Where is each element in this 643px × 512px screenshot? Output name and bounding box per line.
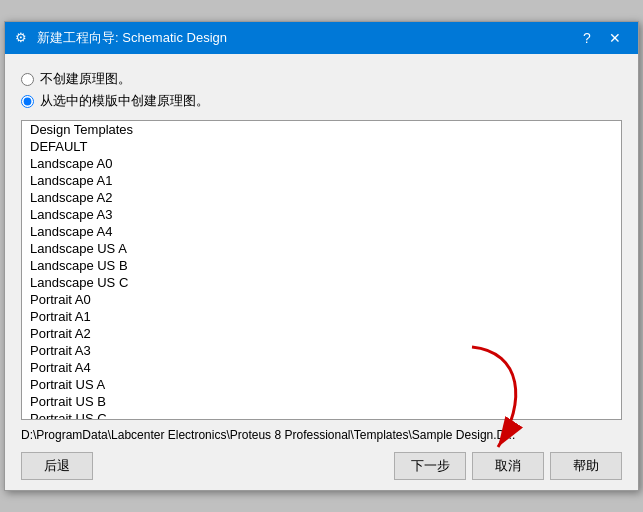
list-item[interactable]: Landscape US B [22,257,621,274]
list-item[interactable]: Landscape US A [22,240,621,257]
title-bar: ⚙ 新建工程向导: Schematic Design ? ✕ [5,22,638,54]
radio-group: 不创建原理图。 从选中的模版中创建原理图。 [21,70,622,110]
list-item[interactable]: Landscape A2 [22,189,621,206]
button-row: 后退 下一步 取消 帮助 [21,452,622,480]
template-list[interactable]: Design TemplatesDEFAULTLandscape A0Lands… [21,120,622,420]
list-item[interactable]: DEFAULT [22,138,621,155]
radio-label-2[interactable]: 从选中的模版中创建原理图。 [40,92,209,110]
dialog-title: 新建工程向导: Schematic Design [37,29,227,47]
list-item[interactable]: Portrait A4 [22,359,621,376]
list-item[interactable]: Design Templates [22,121,621,138]
help-button[interactable]: ? [574,28,600,48]
path-display: D:\ProgramData\Labcenter Electronics\Pro… [21,428,622,442]
list-item[interactable]: Landscape A0 [22,155,621,172]
list-item[interactable]: Landscape US C [22,274,621,291]
title-bar-controls: ? ✕ [574,28,628,48]
btn-left-group: 后退 [21,452,93,480]
dialog-window: ⚙ 新建工程向导: Schematic Design ? ✕ 不创建原理图。 从… [4,21,639,491]
dialog-body: 不创建原理图。 从选中的模版中创建原理图。 Design TemplatesDE… [5,54,638,490]
title-bar-left: ⚙ 新建工程向导: Schematic Design [15,29,227,47]
radio-no-schematic[interactable] [21,73,34,86]
list-item[interactable]: Landscape A1 [22,172,621,189]
list-item[interactable]: Portrait US A [22,376,621,393]
list-item[interactable]: Portrait A1 [22,308,621,325]
close-button[interactable]: ✕ [602,28,628,48]
radio-row-1: 不创建原理图。 [21,70,622,88]
next-button[interactable]: 下一步 [394,452,466,480]
list-item[interactable]: Landscape A4 [22,223,621,240]
btn-right-group: 下一步 取消 帮助 [394,452,622,480]
cancel-button[interactable]: 取消 [472,452,544,480]
radio-label-1[interactable]: 不创建原理图。 [40,70,131,88]
radio-row-2: 从选中的模版中创建原理图。 [21,92,622,110]
list-item[interactable]: Portrait A0 [22,291,621,308]
back-button[interactable]: 后退 [21,452,93,480]
list-item[interactable]: Portrait A3 [22,342,621,359]
list-item[interactable]: Portrait A2 [22,325,621,342]
list-item[interactable]: Portrait US C [22,410,621,420]
radio-from-template[interactable] [21,95,34,108]
list-item[interactable]: Portrait US B [22,393,621,410]
app-icon: ⚙ [15,30,31,46]
help-footer-button[interactable]: 帮助 [550,452,622,480]
list-item[interactable]: Landscape A3 [22,206,621,223]
